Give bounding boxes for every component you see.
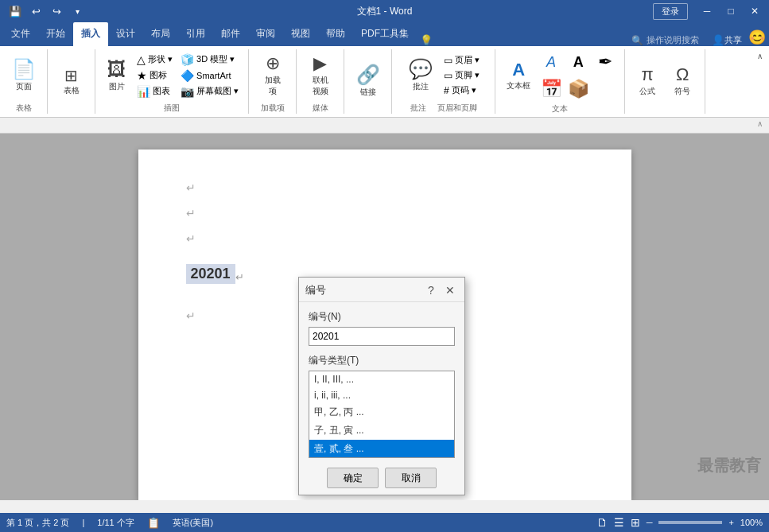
list-item-0[interactable]: I, II, III, ... bbox=[309, 371, 454, 387]
para-mark-3: ↵ bbox=[186, 232, 584, 245]
tab-design[interactable]: 设计 bbox=[108, 22, 143, 46]
picture-button[interactable]: 🖼 图片 bbox=[102, 56, 132, 94]
screenshot-button[interactable]: 📷 屏幕截图 ▾ bbox=[177, 84, 242, 99]
quick-redo-icon[interactable]: ↪ bbox=[48, 2, 65, 20]
comment-label: 批注 bbox=[413, 81, 429, 92]
dialog-close-button[interactable]: ✕ bbox=[442, 282, 458, 298]
link-icon: 🔗 bbox=[356, 64, 380, 87]
status-bar: 第 1 页，共 2 页 | 1/11 个字 📋 英语(美国) 🗋 ☰ ⊞ ─ +… bbox=[0, 513, 769, 532]
tab-file[interactable]: 文件 bbox=[3, 22, 38, 46]
language: 英语(美国) bbox=[173, 517, 213, 529]
tab-insert[interactable]: 插入 bbox=[73, 22, 108, 46]
ribbon-group-page: 📄 页面 表格 bbox=[0, 49, 48, 114]
quick-undo-icon[interactable]: ↩ bbox=[27, 2, 45, 20]
dropcap-button[interactable]: A bbox=[565, 49, 591, 75]
link-button[interactable]: 🔗 链接 bbox=[351, 62, 385, 99]
tab-references[interactable]: 引用 bbox=[178, 22, 213, 46]
minimize-button[interactable]: ─ bbox=[696, 0, 718, 22]
pagenum-button[interactable]: # 页码 ▾ bbox=[441, 83, 483, 97]
tab-view[interactable]: 视图 bbox=[283, 22, 318, 46]
textbox-button[interactable]: A 文本框 bbox=[502, 58, 535, 93]
table-button[interactable]: ⊞ 表格 bbox=[56, 64, 87, 98]
quick-dropdown-icon[interactable]: ▾ bbox=[68, 2, 86, 20]
wordart-button[interactable]: A bbox=[538, 49, 564, 75]
equation-icon: π bbox=[642, 64, 654, 85]
tab-help[interactable]: 帮助 bbox=[318, 22, 353, 46]
pagenum-label: 页码 ▾ bbox=[452, 84, 476, 96]
ok-button[interactable]: 确定 bbox=[327, 468, 379, 488]
3d-icon: 🧊 bbox=[181, 53, 194, 66]
number-input[interactable] bbox=[309, 327, 455, 346]
share-label[interactable]: 共享 bbox=[724, 34, 742, 46]
3d-button[interactable]: 🧊 3D 模型 ▾ bbox=[177, 52, 242, 67]
zoom-increase-button[interactable]: + bbox=[728, 518, 733, 527]
screenshot-label: 屏幕截图 ▾ bbox=[196, 85, 239, 97]
symbols-group-content: π 公式 Ω 符号 bbox=[631, 49, 698, 112]
header-icon: ▭ bbox=[444, 55, 452, 66]
title-right: 登录 ─ □ ✕ bbox=[653, 0, 766, 22]
list-item-3[interactable]: 子, 丑, 寅 ... bbox=[309, 421, 454, 440]
object-button[interactable]: 📦 bbox=[565, 76, 591, 102]
comments-group-label: 批注 页眉和页脚 bbox=[410, 101, 477, 114]
ribbon-group-table: ⊞ 表格 bbox=[48, 49, 95, 114]
icon-button[interactable]: ★ 图标 bbox=[134, 68, 176, 83]
text-col: A A ✒ 📅 📦 bbox=[538, 49, 618, 102]
shape-button[interactable]: △ 形状 ▾ bbox=[134, 52, 176, 67]
zoom-slider[interactable] bbox=[658, 521, 722, 524]
footer-button[interactable]: ▭ 页脚 ▾ bbox=[441, 68, 483, 82]
table-group-content: ⊞ 表格 bbox=[56, 49, 87, 112]
text-btn-row2: 📅 📦 bbox=[538, 76, 618, 102]
tab-home[interactable]: 开始 bbox=[38, 22, 73, 46]
ruler-expand-icon[interactable]: ∧ bbox=[757, 119, 763, 128]
illustrations-group-content: 🖼 图片 △ 形状 ▾ ★ 图标 📊 图表 🧊 bbox=[102, 49, 242, 101]
text-btn-row1: A A ✒ bbox=[538, 49, 618, 75]
view-read-icon[interactable]: ☰ bbox=[614, 516, 624, 529]
cancel-button[interactable]: 取消 bbox=[385, 468, 437, 488]
tab-review[interactable]: 审阅 bbox=[248, 22, 283, 46]
video-button[interactable]: ▶ 联机视频 bbox=[305, 52, 336, 98]
header-button[interactable]: ▭ 页眉 ▾ bbox=[441, 53, 483, 67]
page-icon: 📄 bbox=[12, 58, 36, 81]
tab-pdf[interactable]: PDF工具集 bbox=[353, 22, 417, 46]
numbering-dialog: 编号 ? ✕ 编号(N) 编号类型(T) I, II, III, ... i, … bbox=[298, 277, 465, 495]
signature-button[interactable]: ✒ bbox=[592, 49, 618, 75]
header-label: 页眉 ▾ bbox=[455, 54, 480, 66]
dialog-help-button[interactable]: ? bbox=[423, 282, 439, 298]
chart-icon: 📊 bbox=[137, 85, 150, 98]
view-web-icon[interactable]: ⊞ bbox=[631, 516, 640, 529]
tab-layout[interactable]: 布局 bbox=[143, 22, 178, 46]
collapse-ribbon-button[interactable]: ∧ bbox=[753, 49, 766, 62]
symbol-button[interactable]: Ω 符号 bbox=[666, 63, 698, 98]
lightbulb-icon[interactable]: 💡 bbox=[420, 34, 433, 46]
word-count: 1/11 个字 bbox=[97, 517, 134, 529]
list-item-2[interactable]: 甲, 乙, 丙 ... bbox=[309, 403, 454, 421]
datetime-button[interactable]: 📅 bbox=[538, 76, 564, 102]
dialog-body: 编号(N) 编号类型(T) I, II, III, ... i, ii, iii… bbox=[299, 302, 464, 495]
page-button[interactable]: 📄 页面 bbox=[7, 56, 41, 94]
type-list[interactable]: I, II, III, ... i, ii, iii, ... 甲, 乙, 丙 … bbox=[309, 371, 455, 458]
addins-button[interactable]: ⊕ 加载项 bbox=[257, 52, 289, 98]
chart-button[interactable]: 📊 图表 bbox=[134, 84, 176, 99]
view-normal-icon[interactable]: 🗋 bbox=[596, 516, 608, 529]
equation-button[interactable]: π 公式 bbox=[631, 63, 663, 98]
comments-group-content: 💬 批注 ▭ 页眉 ▾ ▭ 页脚 ▾ # 页码 ▾ bbox=[404, 49, 483, 101]
emoji-icon[interactable]: 😊 bbox=[748, 29, 766, 46]
doc-status-icon: 📋 bbox=[147, 517, 160, 529]
close-button[interactable]: ✕ bbox=[744, 0, 766, 22]
quick-save-icon[interactable]: 💾 bbox=[6, 2, 24, 20]
comment-button[interactable]: 💬 批注 bbox=[404, 56, 437, 94]
login-button[interactable]: 登录 bbox=[653, 3, 688, 20]
zoom-decrease-button[interactable]: ─ bbox=[647, 518, 653, 527]
zoom-level: 100% bbox=[740, 518, 763, 527]
list-item-4[interactable]: 壹, 贰, 叁 ... bbox=[309, 440, 454, 458]
restore-button[interactable]: □ bbox=[720, 0, 742, 22]
tab-mailings[interactable]: 邮件 bbox=[213, 22, 248, 46]
comments-col: ▭ 页眉 ▾ ▭ 页脚 ▾ # 页码 ▾ bbox=[441, 53, 483, 97]
symbol-label: 符号 bbox=[674, 86, 690, 97]
ribbon-group-illustrations: 🖼 图片 △ 形状 ▾ ★ 图标 📊 图表 🧊 bbox=[95, 49, 249, 114]
illustrations-group-label: 插图 bbox=[164, 101, 180, 114]
links-group-content: 🔗 链接 bbox=[351, 49, 385, 112]
smartart-button[interactable]: 🔷 SmartArt bbox=[177, 68, 242, 83]
equation-label: 公式 bbox=[639, 86, 655, 97]
list-item-1[interactable]: i, ii, iii, ... bbox=[309, 387, 454, 403]
